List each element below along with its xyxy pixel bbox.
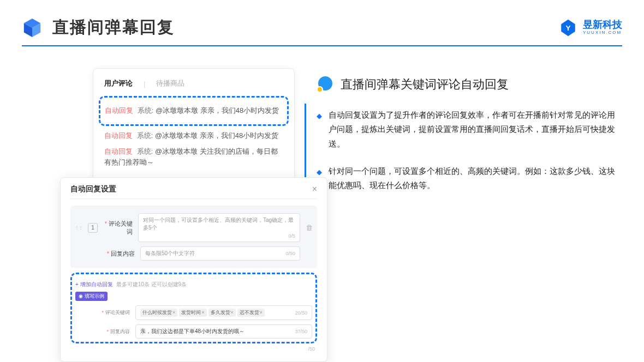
content-count: 0/50: [285, 251, 295, 256]
brand-name: 昱新科技: [583, 20, 622, 31]
keyword-count: 0/5: [288, 233, 295, 239]
comment-item: 自动回复 系统: @冰墩墩本墩 亲亲，我们48小时内发货: [105, 105, 283, 117]
example-content-input[interactable]: 亲，我们这边都是下单48小时内发货的哦～ 37/50: [135, 324, 312, 339]
tab-pending-products[interactable]: 待播商品: [156, 79, 184, 88]
example-content-label: *回复内容: [100, 328, 130, 335]
main-content: 用户评论 | 待播商品 自动回复 系统: @冰墩墩本墩 亲亲，我们48小时内发货…: [0, 46, 644, 206]
cube-logo-icon: [22, 17, 43, 38]
svg-text:Y: Y: [565, 24, 570, 32]
comment-text: @冰墩墩本墩 亲亲，我们48小时内发货: [156, 106, 279, 114]
keyword-placeholder: 对同一个问题，可设置多个相近、高频的关键词，Tag确定，最多5个: [143, 216, 295, 232]
example-keyword-input[interactable]: 什么时候发货× 发货时间× 多久发货× 迟不发货× 20/50: [135, 305, 312, 320]
row-number: 1: [88, 223, 98, 233]
modal-title: 自动回复设置: [70, 184, 116, 194]
content-placeholder: 每条限50个中文字符: [145, 250, 195, 257]
comment-text: @冰墩墩本墩 亲亲，我们48小时内发货: [155, 131, 278, 140]
remaining-count: /50: [70, 346, 317, 352]
example-highlight: + 增加自动回复 最多可建10条 还可以创建9条 ◉ 填写示例 *评论关键词 什…: [70, 273, 317, 343]
content-label: *回复内容: [105, 250, 135, 258]
auto-reply-tag: 自动回复: [104, 131, 133, 140]
tag-chip[interactable]: 多久发货×: [208, 309, 236, 317]
brand-logo-icon: Y: [559, 19, 577, 37]
diamond-icon: ◆: [317, 110, 322, 151]
auto-reply-tag: 自动回复: [104, 147, 133, 155]
keyword-row: ⋮⋮ 1 *评论关键词 对同一个问题，可设置多个相近、高频的关键词，Tag确定，…: [75, 211, 313, 244]
example-keyword-row: *评论关键词 什么时候发货× 发货时间× 多久发货× 迟不发货× 20/50: [75, 303, 312, 322]
drag-handle-icon[interactable]: ⋮⋮: [75, 227, 82, 229]
section-heading: 直播间弹幕关键词评论自动回复: [317, 76, 622, 93]
keyword-input[interactable]: 对同一个问题，可设置多个相近、高频的关键词，Tag确定，最多5个 0/5: [138, 213, 300, 242]
left-column: 用户评论 | 待播商品 自动回复 系统: @冰墩墩本墩 亲亲，我们48小时内发货…: [22, 68, 295, 206]
example-badge: ◉ 填写示例: [75, 292, 108, 301]
sys-label: 系统:: [137, 131, 153, 140]
bullet-text: 针对同一个问题，可设置多个相近的、高频的关键词。例如：这款多少钱、这块能优惠吗、…: [329, 164, 622, 193]
page-title: 直播间弹幕回复: [52, 16, 175, 39]
tag-chip[interactable]: 迟不发货×: [237, 309, 265, 317]
example-keyword-label: *评论关键词: [100, 309, 130, 316]
modal-header: 自动回复设置 ×: [70, 184, 317, 199]
auto-reply-settings-modal: 自动回复设置 × ⋮⋮ 1 *评论关键词 对同一个问题，可设置多个相近、高频的关…: [60, 177, 327, 362]
tabs-row: 用户评论 | 待播商品: [104, 79, 283, 88]
sys-label: 系统:: [137, 147, 153, 155]
tab-separator: |: [144, 80, 145, 88]
content-row: *回复内容 每条限50个中文字符 0/50: [75, 244, 313, 263]
setting-block: ⋮⋮ 1 *评论关键词 对同一个问题，可设置多个相近、高频的关键词，Tag确定，…: [70, 206, 317, 268]
bullet-dot-icon: [317, 76, 333, 93]
comment-item: 自动回复 系统: @冰墩墩本墩 关注我们的店铺，每日都有热门推荐呦～: [104, 146, 283, 169]
add-hint-text: 最多可建10条 还可以创建9条: [116, 281, 187, 288]
tab-user-comments[interactable]: 用户评论: [104, 79, 133, 88]
example-content-row: *回复内容 亲，我们这边都是下单48小时内发货的哦～ 37/50: [75, 322, 312, 341]
close-icon[interactable]: ×: [312, 184, 317, 194]
add-auto-reply-link[interactable]: + 增加自动回复: [75, 281, 113, 288]
sys-label: 系统:: [138, 106, 154, 114]
header-left: 直播间弹幕回复: [22, 16, 175, 39]
content-input[interactable]: 每条限50个中文字符 0/50: [140, 246, 300, 261]
add-auto-reply-row: + 增加自动回复 最多可建10条 还可以创建9条: [75, 281, 312, 288]
brand-area: Y 昱新科技 YUUXIN.COM: [559, 19, 622, 37]
comments-panel: 用户评论 | 待播商品 自动回复 系统: @冰墩墩本墩 亲亲，我们48小时内发货…: [93, 68, 295, 195]
delete-icon[interactable]: 🗑: [306, 224, 313, 232]
bullet-item: ◆ 针对同一个问题，可设置多个相近的、高频的关键词。例如：这款多少钱、这块能优惠…: [317, 164, 622, 193]
example-tag-count: 20/50: [295, 310, 307, 316]
keyword-label: *评论关键词: [103, 220, 133, 236]
tag-chip[interactable]: 什么时候发货×: [140, 309, 177, 317]
auto-reply-tag: 自动回复: [105, 106, 133, 114]
example-reply-text: 亲，我们这边都是下单48小时内发货的哦～: [140, 328, 245, 335]
section-title: 直播间弹幕关键词评论自动回复: [341, 76, 509, 93]
tag-chip[interactable]: 发货时间×: [179, 309, 206, 317]
example-reply-count: 37/50: [295, 329, 307, 334]
slide-header: 直播间弹幕回复 Y 昱新科技 YUUXIN.COM: [0, 0, 644, 45]
brand-text: 昱新科技 YUUXIN.COM: [583, 20, 622, 35]
bullet-text: 自动回复设置为了提升作者的评论回复效率，作者可在开播前针对常见的评论用户问题，提…: [329, 108, 622, 151]
brand-subtitle: YUUXIN.COM: [583, 31, 622, 35]
comment-item: 自动回复 系统: @冰墩墩本墩 亲亲，我们48小时内发货: [104, 130, 283, 142]
highlighted-comment: 自动回复 系统: @冰墩墩本墩 亲亲，我们48小时内发货: [99, 96, 289, 126]
right-column: 直播间弹幕关键词评论自动回复 ◆ 自动回复设置为了提升作者的评论回复效率，作者可…: [317, 68, 622, 206]
bullet-item: ◆ 自动回复设置为了提升作者的评论回复效率，作者可在开播前针对常见的评论用户问题…: [317, 108, 622, 151]
